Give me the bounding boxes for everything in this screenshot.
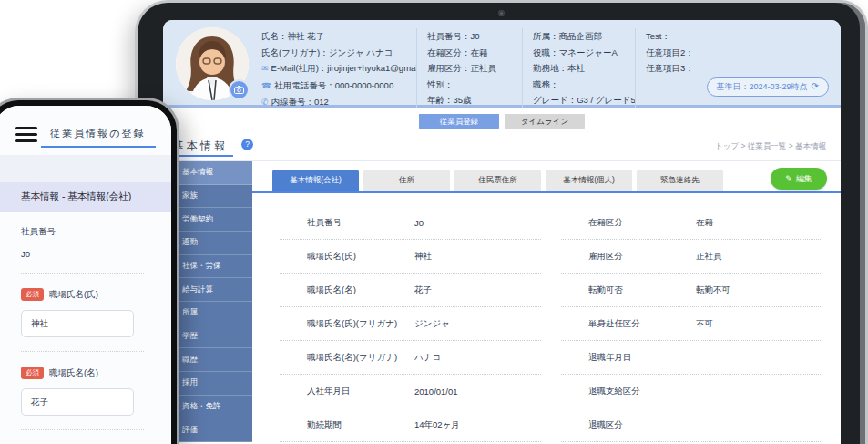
profile-custom-2: 任意項目2：: [646, 45, 810, 61]
tab-emergency-contact[interactable]: 緊急連絡先: [637, 170, 723, 191]
profile-custom-3: 任意項目3：: [646, 60, 810, 77]
profile-custom-test: Test：: [646, 28, 810, 45]
field-value: ジンジャ: [414, 318, 541, 330]
sidebar-item-work-history[interactable]: 職歴: [174, 348, 252, 372]
field-row: 職場氏名(名)(フリガナ)ハナコ: [280, 341, 541, 375]
sidebar-item-basic-info[interactable]: 基本情報: [174, 161, 252, 185]
field-label: 雇用区分: [561, 251, 696, 263]
field-value: 正社員: [696, 251, 822, 263]
surname-input[interactable]: 神社: [21, 310, 134, 337]
content-row: 基本情報 家族 労働契約 通勤 社保・労保 給与計算 所属 学歴 職歴 採用 資…: [163, 161, 841, 442]
extension-phone-icon: ✆: [261, 98, 269, 107]
sidebar-item-family[interactable]: 家族: [174, 185, 252, 209]
field-row: 職場氏名(名)花子: [280, 274, 541, 307]
field-row: 職場氏名(氏)(フリガナ)ジンジャ: [280, 307, 541, 341]
field-label: 職場氏名(氏)(フリガナ): [280, 318, 414, 330]
field-label: 在籍区分: [561, 217, 696, 229]
field-label: 職場氏名(名): [280, 284, 414, 296]
field-label: 勤続期間: [280, 419, 414, 431]
tab-timeline[interactable]: タイムライン: [505, 114, 585, 129]
base-date-badge[interactable]: 基準日：2024-03-29時点⟳: [707, 77, 829, 97]
field-row: 職場氏名(氏)神社: [280, 240, 541, 274]
field-row: 入社年月日2010/01/01: [280, 375, 541, 408]
sidebar-item-commute[interactable]: 通勤: [174, 232, 252, 255]
help-icon[interactable]: ?: [241, 139, 253, 150]
profile-employment-type: 雇用区分：正社員: [427, 60, 522, 77]
sidebar-item-recruitment[interactable]: 採用: [174, 372, 252, 396]
field-value: 14年02ヶ月: [414, 419, 541, 431]
phone-header-gap: [0, 155, 171, 182]
employee-profile-header: 氏名：神社 花子 氏名(フリガナ)：ジンジャ ハナコ ✉E-Mail(社用)：j…: [163, 20, 841, 108]
field-row: 退職区分: [561, 408, 822, 442]
tablet-device-frame: 氏名：神社 花子 氏名(フリガナ)：ジンジャ ハナコ ✉E-Mail(社用)：j…: [135, 0, 868, 444]
tablet-screen: 氏名：神社 花子 氏名(フリガナ)：ジンジャ ハナコ ✉E-Mail(社用)：j…: [163, 20, 841, 444]
sidebar-item-department[interactable]: 所属: [174, 302, 252, 325]
phone-field-value: J0: [21, 249, 144, 259]
tab-employee-registration[interactable]: 従業員登録: [419, 114, 499, 129]
field-row: 退職支給区分: [561, 375, 822, 408]
field-value: ハナコ: [414, 352, 541, 364]
field-label: 職場氏名(名)(フリガナ): [280, 352, 414, 364]
tab-registered-address[interactable]: 住民票住所: [454, 170, 541, 191]
field-label: 職場氏名(氏): [280, 251, 414, 263]
camera-icon: [234, 86, 244, 94]
sidebar-item-payroll[interactable]: 給与計算: [174, 278, 252, 302]
profile-age: 年齢：35歳: [427, 92, 522, 108]
profile-grade: グレード：G3 / グレード5: [533, 92, 635, 108]
hamburger-menu-icon[interactable]: [15, 127, 37, 146]
field-row: 社員番号J0: [280, 206, 541, 240]
breadcrumb[interactable]: トップ > 従業員一覧 > 基本情報: [715, 141, 826, 152]
field-label: 入社年月日: [280, 386, 414, 398]
sidebar-nav: 基本情報 家族 労働契約 通勤 社保・労保 給与計算 所属 学歴 職歴 採用 資…: [174, 161, 252, 442]
change-photo-button[interactable]: [229, 79, 250, 100]
edit-button[interactable]: ✎編集: [771, 168, 827, 190]
phone-field-label: 職場氏名(名): [49, 367, 98, 377]
phone-field-block: 必須職場氏名(名) 花子: [21, 367, 144, 416]
field-label: 社員番号: [280, 217, 414, 229]
sidebar-item-labor-contract[interactable]: 労働契約: [174, 208, 252, 232]
field-row: 転勤可否転勤不可: [561, 274, 822, 307]
profile-worksite: 勤務地：本社: [533, 60, 635, 77]
sidebar-item-qualifications[interactable]: 資格・免許: [174, 396, 252, 419]
field-row: 在籍区分在籍: [561, 206, 822, 240]
profile-gender: 性別：: [427, 77, 522, 93]
field-value: 不可: [696, 318, 822, 330]
sidebar-item-education[interactable]: 学歴: [174, 325, 252, 349]
phone-field-label: 職場氏名(氏): [49, 289, 98, 299]
tab-address[interactable]: 住所: [363, 170, 450, 191]
profile-col-employment: 社員番号：J0 在籍区分：在籍 雇用区分：正社員 性別： 年齢：35歳: [416, 28, 522, 111]
tab-basic-company[interactable]: 基本情報(会社): [272, 170, 359, 191]
profile-department: 所属：商品企画部: [533, 28, 635, 45]
divider: [21, 273, 144, 274]
given-name-input[interactable]: 花子: [21, 388, 134, 416]
profile-duty: 職務：: [533, 77, 635, 93]
tab-basic-personal[interactable]: 基本情報(個人): [546, 170, 632, 191]
field-value: 花子: [414, 284, 541, 296]
stage: 氏名：神社 花子 氏名(フリガナ)：ジンジャ ハナコ ✉E-Mail(社用)：j…: [0, 0, 868, 444]
phone-icon: ☎: [261, 81, 271, 90]
profile-position: 役職：マネージャーA: [533, 45, 635, 61]
phone-section-header: 基本情報 - 基本情報(会社): [0, 182, 171, 212]
field-value: 2010/01/01: [414, 387, 541, 397]
required-badge: 必須: [21, 367, 44, 379]
profile-enrollment: 在籍区分：在籍: [427, 45, 522, 61]
sidebar-item-insurance[interactable]: 社保・労保: [174, 255, 252, 279]
profile-col-organization: 所属：商品企画部 役職：マネージャーA 勤務地：本社 職務： グレード：G3 /…: [522, 28, 635, 111]
sidebar-item-evaluation[interactable]: 評価: [174, 418, 252, 442]
profile-name: 氏名：神社 花子: [261, 28, 416, 45]
active-tab-underline: [252, 191, 841, 193]
required-badge: 必須: [21, 288, 44, 301]
field-label: 退職年月日: [561, 352, 696, 364]
phone-screen: 従業員情報の登録 基本情報 - 基本情報(会社) 社員番号 J0 必須職場氏名(…: [0, 106, 171, 444]
profile-col-custom: Test： 任意項目2： 任意項目3：: [635, 28, 810, 111]
profile-employee-no: 社員番号：J0: [427, 28, 522, 45]
phone-header: 従業員情報の登録: [0, 106, 171, 155]
field-value: 転勤不可: [696, 284, 822, 296]
field-column-right: 在籍区分在籍 雇用区分正社員 転勤可否転勤不可 単身赴任区分不可 退職年月日 退…: [561, 206, 822, 442]
field-value: J0: [414, 218, 541, 228]
field-row: 雇用区分正社員: [561, 240, 822, 274]
divider: [21, 429, 144, 430]
divider: [21, 351, 144, 352]
phone-device-frame: 従業員情報の登録 基本情報 - 基本情報(会社) 社員番号 J0 必須職場氏名(…: [0, 98, 179, 444]
phone-form-body: 社員番号 J0 必須職場氏名(氏) 神社 必須職場氏名(名) 花子 職場氏名(氏…: [0, 212, 171, 444]
